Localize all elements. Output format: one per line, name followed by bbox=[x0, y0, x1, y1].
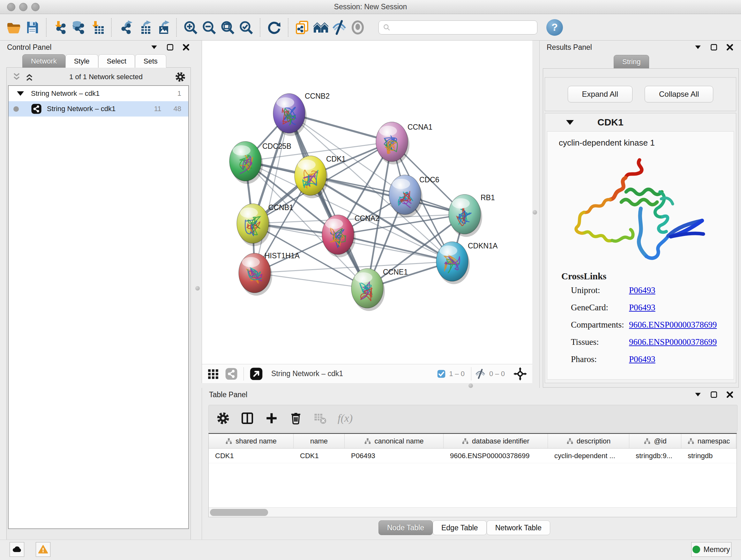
left-splitter-handle[interactable] bbox=[195, 286, 200, 291]
export-table-button[interactable] bbox=[135, 17, 153, 37]
column-header-name[interactable]: name bbox=[293, 434, 345, 448]
panel-close-icon[interactable] bbox=[726, 43, 734, 51]
import-network-database-button[interactable] bbox=[70, 17, 88, 37]
table-settings-gear-icon[interactable] bbox=[216, 412, 230, 425]
table-row[interactable]: CDK1CDK1P064939606.ENSP00000378699cyclin… bbox=[209, 449, 737, 463]
tab-style[interactable]: Style bbox=[65, 54, 98, 68]
column-header-canonical-name[interactable]: canonical name bbox=[345, 434, 444, 448]
delete-column-icon[interactable] bbox=[289, 412, 302, 425]
tab-network[interactable]: Network bbox=[22, 54, 65, 68]
panel-float-icon[interactable] bbox=[710, 390, 718, 399]
network-node-hist1h1a[interactable]: HIST1H1A bbox=[239, 252, 300, 296]
hide-details-button[interactable] bbox=[330, 17, 348, 37]
table-cell[interactable]: 9606.ENSP00000378699 bbox=[444, 449, 548, 463]
network-node-ccna1[interactable]: CCNA1 bbox=[376, 122, 432, 165]
collapse-arrow-icon[interactable] bbox=[566, 120, 574, 125]
network-node-cdc25b[interactable]: CDC25B bbox=[229, 141, 291, 184]
import-table-file-button[interactable] bbox=[88, 17, 107, 37]
memory-button[interactable]: Memory bbox=[691, 542, 731, 557]
hidden-eye-icon[interactable] bbox=[475, 368, 486, 380]
tab-edge-table[interactable]: Edge Table bbox=[433, 520, 487, 535]
table-cell[interactable]: stringdb bbox=[681, 449, 736, 463]
panel-menu-icon[interactable] bbox=[694, 43, 702, 51]
show-details-button[interactable] bbox=[348, 17, 367, 37]
search-input[interactable] bbox=[394, 23, 533, 32]
panel-close-icon[interactable] bbox=[182, 43, 190, 51]
network-node-ccnb2[interactable]: CCNB2 bbox=[273, 92, 330, 136]
table-cell[interactable]: CDK1 bbox=[209, 449, 293, 463]
tab-network-table[interactable]: Network Table bbox=[487, 520, 550, 535]
network-node-cdkn1a[interactable]: CDKN1A bbox=[436, 242, 498, 284]
column-header-description[interactable]: description bbox=[548, 434, 629, 448]
crosslink-link[interactable]: 9606.ENSP00000378699 bbox=[629, 333, 717, 351]
network-node-cdc6[interactable]: CDC6 bbox=[389, 175, 440, 217]
window-zoom-button[interactable] bbox=[31, 3, 40, 11]
crosslink-link[interactable]: P06493 bbox=[629, 351, 656, 368]
protein-card-header[interactable]: CDK1 bbox=[545, 113, 736, 131]
column-header--id[interactable]: @id bbox=[629, 434, 681, 448]
cloud-button[interactable] bbox=[10, 542, 24, 557]
string-view-icon[interactable] bbox=[225, 368, 238, 380]
network-collection-row[interactable]: String Network – cdk1 1 bbox=[9, 86, 188, 101]
collapse-all-icon[interactable] bbox=[11, 72, 22, 82]
home-button[interactable] bbox=[312, 17, 330, 37]
network-canvas[interactable]: CCNB2CCNA1CDC25BCDK1CDC6RB1CCNB1CCNA2CDK… bbox=[202, 41, 532, 364]
column-header-database-identifier[interactable]: database identifier bbox=[444, 434, 548, 448]
network-node-ccne1[interactable]: CCNE1 bbox=[351, 268, 408, 311]
column-header-shared-name[interactable]: shared name bbox=[209, 434, 293, 448]
crosslink-link[interactable]: 9606.ENSP00000378699 bbox=[629, 316, 717, 333]
table-cell[interactable]: CDK1 bbox=[293, 449, 345, 463]
network-node-rb1[interactable]: RB1 bbox=[449, 193, 495, 237]
panel-close-icon[interactable] bbox=[726, 390, 734, 399]
save-session-button[interactable] bbox=[23, 17, 42, 37]
refresh-button[interactable] bbox=[265, 17, 283, 37]
zoom-in-button[interactable] bbox=[181, 17, 200, 37]
help-button[interactable]: ? bbox=[546, 19, 563, 36]
options-gear-icon[interactable] bbox=[175, 71, 186, 82]
table-cell[interactable]: P06493 bbox=[345, 449, 444, 463]
tab-select[interactable]: Select bbox=[98, 54, 135, 68]
crosslink-link[interactable]: P06493 bbox=[629, 282, 656, 299]
right-splitter-handle[interactable] bbox=[533, 210, 537, 214]
table-cell[interactable]: stringdb:9... bbox=[629, 449, 681, 463]
export-network-button[interactable] bbox=[116, 17, 135, 37]
panel-menu-icon[interactable] bbox=[694, 390, 702, 399]
network-row-selected[interactable]: String Network – cdk1 11 48 bbox=[9, 101, 188, 117]
panel-float-icon[interactable] bbox=[710, 43, 718, 51]
window-close-button[interactable] bbox=[7, 3, 15, 11]
tab-sets[interactable]: Sets bbox=[135, 54, 166, 68]
birdseye-grid-icon[interactable] bbox=[207, 368, 219, 380]
table-cell[interactable]: cyclin-dependent ... bbox=[548, 449, 629, 463]
zoom-out-button[interactable] bbox=[200, 17, 218, 37]
create-column-icon[interactable] bbox=[265, 412, 278, 425]
column-header-namespac[interactable]: namespac bbox=[681, 434, 736, 448]
warnings-button[interactable] bbox=[36, 542, 51, 557]
zoom-selected-button[interactable] bbox=[237, 17, 255, 37]
zoom-fit-button[interactable] bbox=[218, 17, 237, 37]
window-minimize-button[interactable] bbox=[19, 3, 27, 11]
network-node-ccna2[interactable]: CCNA2 bbox=[322, 214, 380, 257]
expand-all-button[interactable]: Expand All bbox=[568, 86, 632, 103]
export-image-button[interactable] bbox=[153, 17, 172, 37]
crosslink-link[interactable]: P06493 bbox=[629, 299, 656, 316]
tab-string[interactable]: String bbox=[614, 55, 649, 68]
expand-all-icon[interactable] bbox=[24, 72, 35, 82]
import-network-file-button[interactable] bbox=[51, 17, 70, 37]
network-node-ccnb1[interactable]: CCNB1 bbox=[237, 203, 293, 246]
selected-checkbox-icon[interactable] bbox=[437, 369, 446, 378]
detach-view-icon[interactable] bbox=[250, 367, 263, 381]
show-columns-icon[interactable] bbox=[241, 412, 254, 425]
open-session-button[interactable] bbox=[4, 17, 23, 37]
navigator-crosshair-icon[interactable] bbox=[513, 367, 527, 381]
search-box[interactable] bbox=[379, 20, 537, 35]
clone-network-button[interactable] bbox=[293, 17, 312, 37]
panel-float-icon[interactable] bbox=[166, 43, 174, 51]
node-table[interactable]: shared namenamecanonical namedatabase id… bbox=[208, 433, 737, 517]
panel-menu-icon[interactable] bbox=[150, 43, 158, 51]
scrollbar-thumb[interactable] bbox=[210, 509, 268, 516]
tree-expand-icon[interactable] bbox=[17, 91, 24, 96]
horizontal-scrollbar[interactable] bbox=[209, 507, 737, 517]
bottom-splitter-handle[interactable] bbox=[468, 383, 473, 388]
collapse-all-button[interactable]: Collapse All bbox=[645, 86, 713, 103]
tab-node-table[interactable]: Node Table bbox=[379, 520, 433, 535]
